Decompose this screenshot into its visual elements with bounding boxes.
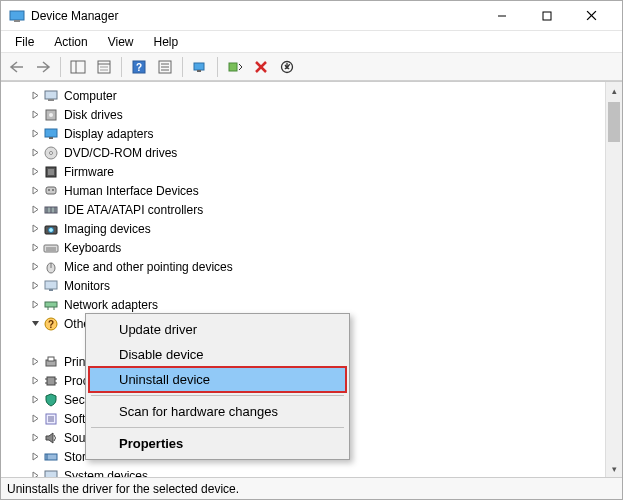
expand-icon[interactable] [29,280,41,292]
expand-icon[interactable] [29,166,41,178]
svg-rect-28 [45,129,57,137]
minimize-button[interactable] [479,2,524,30]
expand-icon[interactable] [29,147,41,159]
cm-uninstall-device[interactable]: Uninstall device [89,367,346,392]
back-button[interactable] [5,56,29,78]
menu-action[interactable]: Action [46,33,95,51]
tree-item-dvd[interactable]: DVD/CD-ROM drives [1,143,622,162]
statusbar-text: Uninstalls the driver for the selected d… [7,482,239,496]
menu-view[interactable]: View [100,33,142,51]
uninstall-button[interactable] [249,56,273,78]
tree-item-label: Firmware [64,165,114,179]
tree-item-label: Soft [64,412,85,426]
show-hide-tree-button[interactable] [66,56,90,78]
keyboard-icon [43,240,59,256]
tree-item-label: Stor [64,450,86,464]
expand-icon[interactable] [29,451,41,463]
security-icon [43,392,59,408]
tree-item-label: System devices [64,469,148,478]
toolbar-separator [60,57,61,77]
toolbar-separator [182,57,183,77]
disable-button[interactable] [275,56,299,78]
tree-item-display[interactable]: Display adapters [1,124,622,143]
cm-properties[interactable]: Properties [89,431,346,456]
toolbar-separator [121,57,122,77]
expand-icon[interactable] [29,223,41,235]
tree-item-network[interactable]: Network adapters [1,295,622,314]
cm-update-driver[interactable]: Update driver [89,317,346,342]
forward-button[interactable] [31,56,55,78]
tree-item-system[interactable]: System devices [1,466,622,477]
expand-icon[interactable] [29,109,41,121]
svg-text:?: ? [48,319,54,330]
hid-icon [43,183,59,199]
tree-item-disk[interactable]: Disk drives [1,105,622,124]
expand-icon[interactable] [29,394,41,406]
expand-icon[interactable] [29,470,41,478]
cm-disable-device[interactable]: Disable device [89,342,346,367]
tree-item-computer[interactable]: Computer [1,86,622,105]
tree-item-firmware[interactable]: Firmware [1,162,622,181]
tree-item-label: IDE ATA/ATAPI controllers [64,203,203,217]
expand-icon[interactable] [29,413,41,425]
scroll-up-arrow[interactable]: ▴ [606,82,622,99]
expand-icon[interactable] [29,242,41,254]
cm-scan-hardware[interactable]: Scan for hardware changes [89,399,346,424]
svg-rect-0 [10,11,24,20]
disk-icon [43,107,59,123]
close-button[interactable] [569,2,614,30]
svg-rect-18 [194,63,204,70]
firmware-icon [43,164,59,180]
svg-rect-34 [46,187,56,194]
expand-icon[interactable] [29,375,41,387]
svg-rect-59 [48,357,54,361]
action-button[interactable] [153,56,177,78]
vertical-scrollbar[interactable]: ▴ ▾ [605,82,622,477]
tree-item-label: Display adapters [64,127,153,141]
tree-item-keyboard[interactable]: Keyboards [1,238,622,257]
system-icon [43,468,59,478]
menu-help[interactable]: Help [146,33,187,51]
tree-item-label: Human Interface Devices [64,184,199,198]
toolbar-separator [217,57,218,77]
processor-icon [43,373,59,389]
expand-icon[interactable] [29,299,41,311]
tree-item-label: Prin [64,355,85,369]
tree-item-mouse[interactable]: Mice and other pointing devices [1,257,622,276]
svg-rect-49 [49,289,53,291]
expand-icon[interactable] [29,90,41,102]
collapse-icon[interactable] [29,318,41,330]
tree-item-label: Imaging devices [64,222,151,236]
scan-hardware-button[interactable] [188,56,212,78]
help-button[interactable]: ? [127,56,151,78]
update-driver-button[interactable] [223,56,247,78]
print-icon [43,354,59,370]
expand-icon[interactable] [29,356,41,368]
expand-icon[interactable] [29,261,41,273]
tree-item-hid[interactable]: Human Interface Devices [1,181,622,200]
tree-item-imaging[interactable]: Imaging devices [1,219,622,238]
window-controls [479,2,614,30]
cm-separator [91,427,344,428]
menubar: File Action View Help [1,31,622,53]
expand-icon[interactable] [29,128,41,140]
svg-rect-1 [14,20,20,22]
maximize-button[interactable] [524,2,569,30]
tree-item-label: Sou [64,431,85,445]
expand-icon[interactable] [29,185,41,197]
software-icon [43,411,59,427]
tree-item-label: Keyboards [64,241,121,255]
expand-icon[interactable] [29,432,41,444]
scroll-thumb[interactable] [608,102,620,142]
app-icon [9,8,25,24]
menu-file[interactable]: File [7,33,42,51]
tree-item-monitor[interactable]: Monitors [1,276,622,295]
other-icon: ? [43,316,59,332]
scroll-down-arrow[interactable]: ▾ [606,460,622,477]
svg-rect-24 [45,91,57,99]
tree-item-label: Computer [64,89,117,103]
tree-item-ide[interactable]: IDE ATA/ATAPI controllers [1,200,622,219]
imaging-icon [43,221,59,237]
properties-button[interactable] [92,56,116,78]
expand-icon[interactable] [29,204,41,216]
